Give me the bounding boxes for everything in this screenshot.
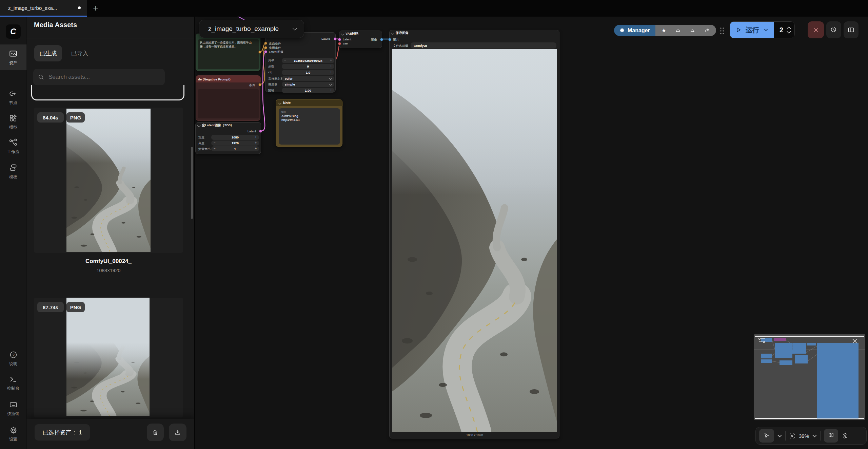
minimap-node	[817, 343, 859, 418]
templates-icon	[9, 163, 18, 172]
collapse-icon[interactable]	[391, 31, 395, 35]
sidebar-item-workflows[interactable]: 工作流	[0, 138, 26, 155]
sidebar-item-help[interactable]: ? 说明	[0, 351, 26, 367]
prompt-text[interactable]: 从山里延展了一条道路出来，围绕在半山腰，没有一辆车也没有感觉。	[198, 39, 259, 69]
map-icon	[828, 433, 834, 439]
chevron-down-icon[interactable]	[777, 434, 782, 437]
node-empty-latent[interactable]: 空Latent图像（SD3） Latent 宽度 − 1080 + 高度 − 1…	[195, 122, 261, 154]
sidebar-item-shortcuts[interactable]: 快捷键	[0, 400, 26, 417]
cursor-icon	[764, 433, 770, 439]
zoom-level[interactable]: 39%	[799, 433, 809, 439]
chevron-down-icon[interactable]	[763, 27, 769, 33]
help-icon: ?	[9, 351, 18, 359]
tab-imported[interactable]: 已导入	[66, 45, 93, 61]
widget-width[interactable]: − 1080 +	[211, 135, 259, 140]
settings-icon	[9, 426, 18, 434]
sidebar-item-assets[interactable]: 资产	[0, 44, 26, 70]
widget-cfg[interactable]: − 1.0 +	[282, 70, 334, 75]
asset-card[interactable]: 84.04s PNG	[34, 108, 183, 253]
port[interactable]	[264, 46, 267, 49]
minimap-node	[780, 360, 792, 365]
collapse-icon[interactable]	[341, 32, 344, 35]
select-tool-button[interactable]	[759, 429, 774, 443]
stepper-up-icon[interactable]	[787, 26, 791, 29]
port[interactable]	[259, 130, 262, 133]
port[interactable]	[338, 42, 341, 45]
node-title[interactable]: de (Negative Prompt)	[196, 76, 261, 82]
download-button[interactable]	[169, 424, 186, 441]
new-tab-button[interactable]: +	[90, 2, 102, 14]
widget-batch-size[interactable]: − 1 +	[211, 146, 259, 151]
minimap-toggle-button[interactable]	[824, 429, 838, 443]
node-ksampler[interactable]: Latent 正面条件 负面条件 Latent图像 种子 − 103680425…	[265, 32, 336, 92]
search-box[interactable]	[33, 69, 165, 85]
widget-height[interactable]: − 1920 +	[211, 141, 259, 146]
left-sidebar: C 资产 节点 模型 工作流	[0, 17, 26, 449]
sidebar-item-console[interactable]: 控制台	[0, 375, 26, 391]
widget-scheduler[interactable]: simple	[282, 82, 334, 87]
bell-icon[interactable]	[690, 27, 695, 33]
generated-image-preview[interactable]	[392, 49, 557, 432]
port[interactable]	[264, 50, 267, 53]
search-icon	[38, 74, 44, 80]
widget-filename-prefix[interactable]: ComfyUI	[411, 42, 556, 49]
collapse-icon[interactable]	[278, 101, 282, 105]
asset-dimensions: 1088×1920	[34, 268, 183, 273]
node-save-image[interactable]: 保存图像 图片 文件名前缀 ComfyUI 1088 x 1920	[389, 30, 559, 438]
node-vae-decode[interactable]: VAE解码 Latent vae 图像	[339, 31, 382, 48]
workflow-title: z_image_turbo_example	[208, 25, 293, 33]
collapse-icon[interactable]	[197, 124, 201, 127]
sidebar-item-models[interactable]: 模型	[0, 114, 26, 130]
canvas-controls-bar: 39%	[755, 427, 867, 445]
panel-scrollbar[interactable]	[191, 147, 193, 219]
node-negative-prompt[interactable]: de (Negative Prompt) 条件	[196, 75, 260, 121]
widget-seed[interactable]: − 1036804259665424 +	[282, 58, 334, 63]
node-title: Note	[283, 101, 291, 105]
node-title: 保存图像	[396, 31, 409, 35]
search-input[interactable]	[48, 73, 151, 81]
port[interactable]	[338, 38, 341, 41]
node-positive-prompt[interactable]: 从山里延展了一条道路出来，围绕在半山腰，没有一辆车也没有感觉。	[196, 34, 260, 71]
port[interactable]	[380, 38, 383, 41]
sidebar-item-settings[interactable]: 设置	[0, 426, 26, 442]
window-tab-bar: z_image_turbo_exa... +	[0, 0, 868, 17]
port[interactable]	[264, 42, 267, 45]
widget-sampler-name[interactable]: euler	[282, 76, 334, 81]
chevron-down-icon[interactable]	[812, 434, 817, 437]
run-button[interactable]: 运行	[730, 21, 774, 38]
sidebar-item-nodes[interactable]: 节点	[0, 89, 26, 106]
bell-icon[interactable]	[675, 27, 681, 33]
minimap[interactable]	[753, 333, 866, 421]
puzzle-icon	[619, 28, 625, 33]
sidebar-item-templates[interactable]: 模板	[0, 163, 26, 180]
fit-view-icon[interactable]	[789, 433, 795, 439]
toggle-links-icon[interactable]	[842, 432, 848, 439]
port[interactable]	[388, 38, 391, 41]
minimap-close-icon[interactable]	[852, 338, 858, 344]
node-note[interactable]: Note text Aimt's Blog https://tis.su	[276, 99, 342, 147]
workflow-tab-title: z_image_turbo_exa...	[8, 5, 75, 11]
tab-generated[interactable]: 已生成	[34, 45, 62, 61]
drag-handle[interactable]	[719, 27, 725, 35]
widget-steps[interactable]: − 9 +	[282, 64, 334, 69]
comfyui-logo: C	[6, 24, 21, 39]
stepper-down-icon[interactable]	[787, 31, 791, 34]
port[interactable]	[334, 37, 337, 40]
note-textarea[interactable]: text Aimt's Blog https://tis.su	[279, 108, 340, 145]
trash-icon	[152, 429, 159, 436]
port[interactable]	[258, 83, 261, 86]
prompt-textarea[interactable]	[198, 89, 259, 118]
star-icon[interactable]: ★	[662, 27, 666, 34]
workflow-title-menu[interactable]: z_image_turbo_example	[199, 20, 304, 38]
delete-button[interactable]	[147, 424, 164, 441]
minimap-node	[761, 359, 772, 363]
widget-denoise[interactable]: − 1.00 +	[282, 88, 334, 93]
port[interactable]	[258, 51, 261, 54]
selected-asset-outline[interactable]	[31, 85, 184, 100]
share-icon[interactable]	[704, 27, 710, 33]
manager-button[interactable]: Manager	[614, 25, 655, 36]
minimap-links-icon[interactable]	[758, 337, 766, 344]
asset-card[interactable]: 87.74s PNG	[34, 298, 183, 417]
workflow-tab[interactable]: z_image_turbo_exa...	[0, 0, 87, 17]
batch-count-stepper[interactable]: 2	[774, 21, 794, 38]
